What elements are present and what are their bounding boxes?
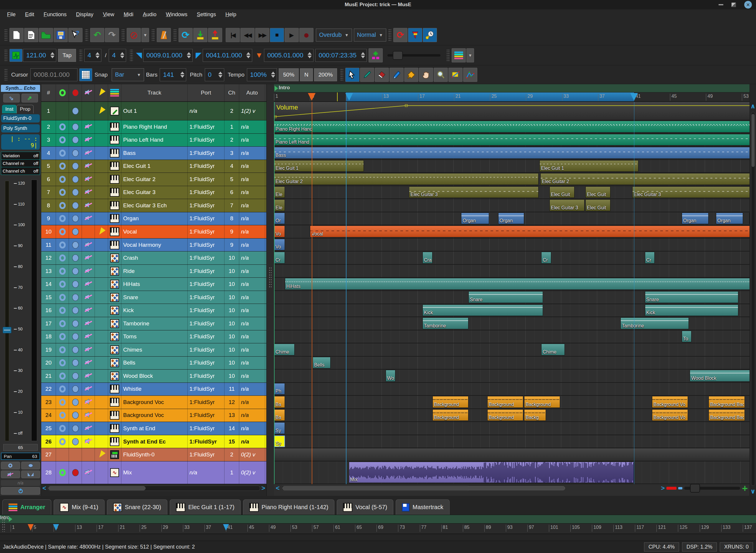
snap-select[interactable]: Bar▼ (112, 68, 144, 81)
part-hihats[interactable]: HiHats (285, 278, 750, 290)
part-canvas[interactable]: VolumePiano Right HandPiano Left HandBas… (274, 102, 750, 484)
fader-track[interactable] (5, 181, 9, 441)
track-row-bells[interactable]: 20Bells1:FluidSyr10n/a (41, 357, 266, 370)
part-elec-guitar-3[interactable]: Elec Guitar 3 (549, 200, 585, 211)
lane-synth-at-end-ec[interactable]: Sy (274, 435, 750, 449)
punch-marker-button[interactable] (408, 28, 422, 42)
scroll-handle[interactable] (48, 486, 146, 490)
part-chime[interactable]: Chime (541, 344, 564, 356)
menu-help[interactable]: Help (221, 10, 240, 19)
part-background[interactable]: Background (487, 396, 523, 408)
part-ba[interactable]: Ba (274, 396, 285, 408)
track-row-toms[interactable]: 18Toms1:FluidSyr10n/a (41, 330, 266, 344)
menu-display[interactable]: Display (72, 10, 97, 19)
zoom-out-icon[interactable] (667, 487, 677, 490)
part-chime[interactable]: Chime (274, 344, 295, 356)
part-kick[interactable]: Kick (645, 305, 739, 316)
metronome-button[interactable] (157, 28, 171, 42)
lane-whistle[interactable]: Ph (274, 383, 750, 396)
part-cr[interactable]: Cr (645, 252, 655, 263)
pointer-tool-button[interactable] (345, 68, 359, 82)
toolbar-grip[interactable] (4, 49, 7, 62)
loop-marker-icon[interactable] (630, 93, 638, 101)
cut-tool-button[interactable] (390, 68, 404, 82)
toolbar-grip[interactable] (152, 28, 155, 42)
synth-name[interactable]: FluidSynth-0 (1, 114, 40, 123)
toolbar-grip[interactable] (130, 49, 133, 62)
track-row-bass[interactable]: 4Bass1:FluidSyr3n/a (41, 147, 266, 160)
part-vocal[interactable]: Vocal (310, 226, 750, 237)
spinner-arrows[interactable] (49, 49, 56, 62)
volume-automation-curve[interactable] (274, 102, 750, 121)
part-piano-right-hand[interactable]: Piano Right Hand (274, 121, 750, 133)
part-cr[interactable]: Cr (274, 252, 285, 263)
part-ba[interactable]: Ba (274, 409, 285, 421)
part-tamborine[interactable]: Tamborine (422, 317, 469, 329)
lane-crash[interactable]: CrCraCrCr (274, 251, 750, 265)
part-sy[interactable]: Sy (274, 422, 285, 434)
grid-button[interactable] (79, 68, 92, 81)
pan-tool-button[interactable] (419, 68, 433, 82)
overview-ruler[interactable]: 1591317212529333741454953576165697377818… (0, 524, 756, 534)
left-locator-spinbox[interactable]: 0009.01.000 (143, 49, 193, 62)
part-elec-guit[interactable]: Elec Guit (549, 186, 575, 198)
track-row-synth-at-end[interactable]: 25Synth at End1:FluidSyr14n/a (41, 422, 266, 435)
pencil-tool-button[interactable] (360, 68, 374, 82)
marker-icon[interactable] (53, 524, 59, 531)
midi-filter-dropdown[interactable]: ▼ (141, 28, 149, 42)
rewind-button[interactable]: ◀◀ (240, 28, 255, 42)
part-elec-guitar-3[interactable]: Elec Guitar 3 (632, 186, 750, 198)
track-row-kick[interactable]: 16Kick1:FluidSyr10n/a (41, 304, 266, 317)
track-row-piano-right-hand[interactable]: 2Piano Right Hand1:FluidSyr1n/a (41, 121, 266, 134)
track-row-piano-left-hand[interactable]: 3Piano Left Hand1:FluidSyr2n/a (41, 134, 266, 147)
track-row-ride[interactable]: 13Ride1:FluidSyr10n/a (41, 265, 266, 278)
toolbar-grip[interactable] (85, 28, 88, 42)
part-background[interactable]: Background (432, 409, 469, 421)
zoom-handle[interactable] (690, 484, 700, 493)
play-button[interactable]: ▶ (285, 28, 299, 42)
tab-mastertrack[interactable]: Mastertrack (396, 499, 449, 515)
scroll-down-icon[interactable]: ∨ (750, 487, 756, 496)
menu-view[interactable]: View (99, 10, 119, 19)
tab-elec-guit-1-1-17-[interactable]: Elec Guit 1 (1-17) (170, 499, 241, 515)
eraser-tool-button[interactable] (375, 68, 389, 82)
glue-tool-button[interactable] (404, 68, 418, 82)
part-kick[interactable]: Kick (422, 305, 543, 316)
part-organ[interactable]: Organ (682, 213, 709, 224)
toolbar-grip[interactable] (340, 68, 343, 81)
timesig-numerator-spinbox[interactable]: 4 (84, 49, 101, 62)
tab-inst[interactable]: Inst (2, 105, 16, 113)
part-elec-guitar-2[interactable]: Elec Guitar 2 (540, 173, 750, 185)
track-row-snare[interactable]: 15Snare1:FluidSyr10n/a (41, 291, 266, 304)
menu-file[interactable]: File (3, 10, 20, 19)
monitor-button[interactable] (21, 462, 41, 469)
part-background[interactable]: Background (432, 396, 469, 408)
part-elec-guit[interactable]: Elec Guit (586, 200, 611, 211)
toolbar-grip[interactable] (174, 28, 177, 42)
panel-splitter[interactable] (267, 84, 274, 496)
part-ele[interactable]: Ele (274, 200, 285, 211)
lane-tamborine[interactable]: TamborineTamborine (274, 317, 750, 330)
bars-spinbox[interactable]: 141 (160, 68, 186, 81)
lane-elec-guitar-2[interactable]: Elec Guitar 2Elec Guitar 2 (274, 173, 750, 186)
track-colors-button[interactable] (452, 48, 466, 62)
open-file-button[interactable] (39, 28, 53, 42)
part-elec-guitar-3[interactable]: Elec Guitar 3 (409, 186, 539, 198)
open-recent-button[interactable] (24, 28, 38, 42)
part-o[interactable]: O (749, 213, 750, 224)
marker-icon[interactable] (28, 524, 33, 531)
tab-vocal-5-57-[interactable]: Vocal (5-57) (337, 499, 393, 515)
save-button[interactable] (54, 28, 68, 42)
menu-audio[interactable]: Audio (139, 10, 160, 19)
position-slider[interactable] (388, 54, 440, 57)
lane-kick[interactable]: KickKick (274, 304, 750, 317)
canvas-vscrollbar[interactable]: ∧ ∨ (750, 84, 756, 496)
scroll-handle[interactable] (282, 486, 565, 490)
lane-piano-left-hand[interactable]: Piano Left Hand (274, 134, 750, 147)
add-marker-button[interactable] (368, 48, 383, 62)
undo-button[interactable]: ↶ (90, 28, 104, 42)
fader-handle[interactable] (3, 327, 11, 333)
track-row-whistle[interactable]: 22Whistle1:FluidSyr11n/a (41, 383, 266, 396)
lane-vocal-harmony[interactable]: Vo (274, 239, 750, 252)
toolbar-grip[interactable] (388, 28, 391, 42)
